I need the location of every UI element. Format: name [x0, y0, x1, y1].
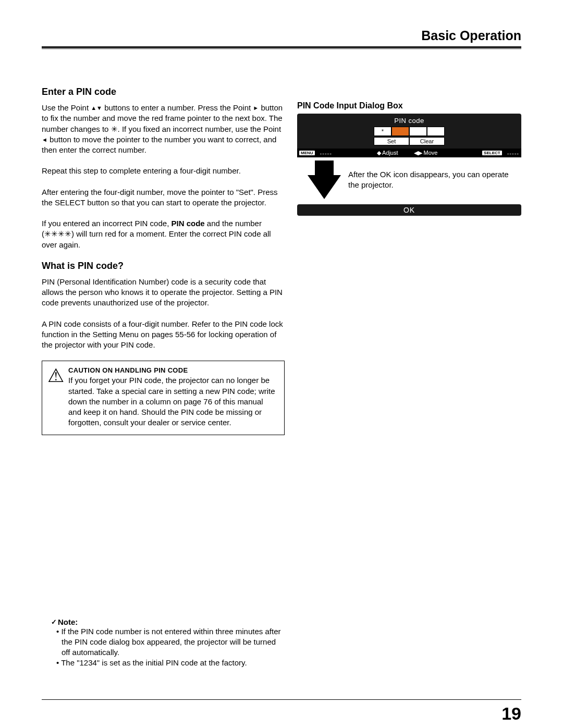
menu-tag: MENU	[299, 151, 315, 155]
adjust-label: Adjust	[382, 150, 398, 156]
pin-cells: *	[297, 127, 521, 136]
page-number: 19	[501, 704, 521, 724]
para-what-2: A PIN code consists of a four-digit numb…	[42, 319, 285, 351]
bold-pin-code: PIN code	[171, 219, 204, 228]
hint-adjust: ◆ Adjust	[377, 150, 398, 156]
updown-icon: ◆	[377, 150, 381, 156]
footer: 19	[42, 699, 521, 700]
triangle-right-icon: ►	[253, 104, 259, 112]
asterisks-icon: ✳✳✳✳	[44, 229, 71, 238]
text: Use the Point	[42, 103, 91, 112]
caution-box: ⚠ CAUTION ON HANDLING PIN CODE If you fo…	[42, 361, 285, 435]
pin-dialog-top: PIN code * Set Clear	[297, 114, 521, 149]
caution-text: If you forget your PIN code, the project…	[68, 375, 278, 428]
warning-icon: ⚠	[47, 366, 64, 428]
right-column: PIN Code Input Dialog Box PIN code * Set…	[297, 87, 521, 669]
header-rule-thick	[42, 46, 521, 48]
after-ok-text: After the OK icon disappears, you can op…	[348, 169, 521, 191]
dialog-title: PIN Code Input Dialog Box	[297, 101, 521, 110]
ok-bar: OK	[297, 204, 521, 216]
move-label: Move	[424, 150, 438, 156]
clear-button: Clear	[409, 137, 445, 145]
pin-hint-bar: MENU ----- ◆ Adjust ◀▶ Move SELECT -----	[297, 149, 521, 157]
para-instructions-2: Repeat this step to complete entering a …	[42, 166, 285, 176]
pin-cell-3	[409, 127, 427, 136]
pin-buttons: Set Clear	[297, 137, 521, 149]
dash-left: -----	[320, 150, 332, 156]
caution-title: CAUTION ON HANDLING PIN CODE	[68, 366, 278, 374]
set-button: Set	[374, 137, 409, 145]
hint-move: ◀▶ Move	[414, 150, 438, 156]
text: If you entered an incorrect PIN code,	[42, 219, 171, 228]
footer-rule	[42, 699, 521, 700]
pin-code-label: PIN code	[297, 117, 521, 125]
asterisk-icon: ✳	[111, 125, 118, 133]
section-header: Basic Operation	[42, 28, 521, 45]
select-tag: SELECT	[482, 151, 502, 155]
leftright-icon: ◀▶	[414, 150, 422, 156]
text: button to move the pointer to the number…	[42, 135, 276, 154]
text: ) will turn red for a moment. Enter the …	[42, 229, 271, 249]
note-heading: ✓Note:	[51, 618, 285, 626]
pin-cell-1: *	[374, 127, 391, 136]
down-arrow-icon	[308, 175, 341, 199]
dash-right: -----	[507, 150, 519, 156]
triangle-left-icon: ◄	[42, 136, 47, 144]
text: . If you fixed an incorrect number, use …	[118, 125, 282, 133]
note-item-1: If the PIN code number is not entered wi…	[56, 626, 285, 658]
left-column: Enter a PIN code Use the Point ▲▼ button…	[42, 87, 285, 669]
pin-cell-4	[427, 127, 445, 136]
note-block: ✓Note: If the PIN code number is not ent…	[42, 618, 285, 669]
note-label: Note:	[58, 618, 78, 626]
para-what-1: PIN (Personal Identification Number) cod…	[42, 277, 285, 309]
heading-enter-pin: Enter a PIN code	[42, 87, 285, 97]
para-instructions-1: Use the Point ▲▼ buttons to enter a numb…	[42, 103, 285, 155]
text: buttons to enter a number. Press the Poi…	[102, 103, 253, 112]
triangle-up-down-icon: ▲▼	[91, 104, 102, 112]
arrow-block: After the OK icon disappears, you can op…	[308, 161, 521, 199]
para-instructions-3: After entering the four-digit number, mo…	[42, 187, 285, 208]
para-instructions-4: If you entered an incorrect PIN code, PI…	[42, 218, 285, 250]
pin-dialog: PIN code * Set Clear MENU -----	[297, 114, 521, 157]
check-icon: ✓	[51, 618, 57, 626]
heading-what-is-pin: What is PIN code?	[42, 261, 285, 272]
header-rule-thin	[42, 48, 521, 49]
pin-cell-2-selected	[391, 127, 409, 136]
note-item-2: The "1234" is set as the initial PIN cod…	[56, 658, 285, 668]
